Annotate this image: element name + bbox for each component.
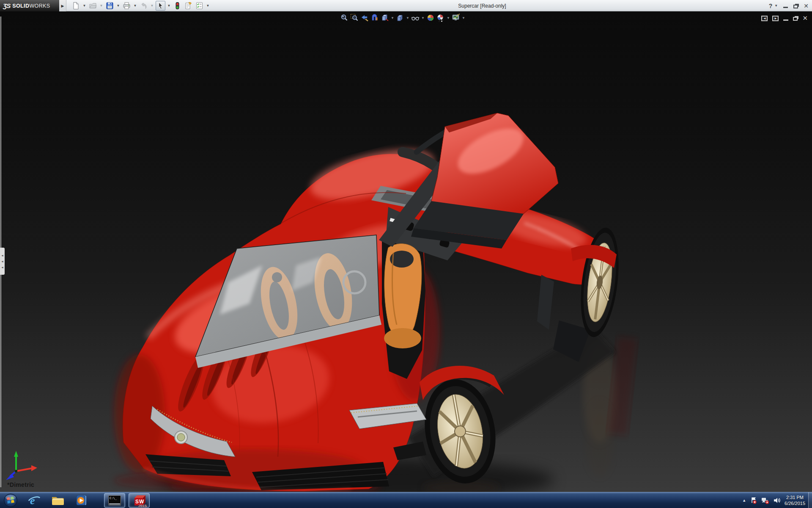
close-button[interactable]: ✕ [804,3,809,9]
save-dropdown[interactable]: ▼ [116,1,121,11]
command-prompt-icon: C:\_ [108,495,121,505]
print-dropdown[interactable]: ▼ [133,1,137,11]
view-orientation-button[interactable] [380,13,390,22]
file-properties-button[interactable] [184,1,193,11]
taskbar-clock[interactable]: 2:31 PM 6/26/2015 [785,494,805,506]
solidworks-2015-taskbar-button[interactable]: S W 2015 [129,493,150,508]
volume-icon[interactable] [773,497,781,504]
media-player-icon[interactable] [75,494,88,507]
show-desktop-button[interactable] [808,492,812,508]
edit-appearance-icon [426,14,435,22]
hide-show-items-button[interactable] [411,13,420,22]
internet-explorer-icon[interactable]: e [28,494,41,507]
document-restore-button[interactable] [793,17,798,21]
view-orientation-dropdown[interactable]: ▼ [390,16,395,20]
windows-taskbar: e C:\_ [0,492,812,508]
view-orientation-label: *Dimetric [7,481,34,488]
restore-button[interactable] [793,5,798,8]
previous-view-button[interactable] [360,13,369,22]
pane-right-button[interactable]: ► [772,16,779,21]
view-settings-icon [452,14,460,22]
rebuild-button[interactable] [173,1,182,11]
save-button[interactable] [105,1,115,11]
driver-seat [384,244,422,348]
open-folder-icon [89,2,97,10]
zoom-to-area-button[interactable] [350,13,359,22]
window-title: Supercar [Read-only] [419,0,546,11]
edit-appearance-button[interactable] [426,13,435,22]
view-settings-dropdown[interactable]: ▼ [461,16,466,20]
windows-explorer-icon[interactable] [51,494,65,507]
svg-text:e: e [30,494,35,507]
brand-text-solid: SOLID [12,3,29,9]
new-document-icon [72,2,80,10]
document-window-controls: ◄ ► ✕ [761,14,808,22]
section-view-icon [370,14,379,22]
undo-button[interactable] [139,1,148,11]
triad-x-axis [31,465,37,471]
solidworks-window: ƷS SOLIDWORKS ▶ ▼ ▼ [0,0,812,508]
new-document-dropdown[interactable]: ▼ [82,1,87,11]
solidworks-2015-icon: S W 2015 [131,493,147,508]
select-dropdown[interactable]: ▼ [167,1,171,11]
triad-y-axis [14,451,18,457]
solidworks-logo[interactable]: ƷS SOLIDWORKS [0,0,59,11]
svg-text:2015: 2015 [138,504,147,508]
select-button[interactable] [156,1,165,11]
taskbar-icons: e [28,492,88,508]
apply-scene-button[interactable] [436,13,445,22]
brand-text-works: WORKS [29,3,50,9]
undo-dropdown[interactable]: ▼ [150,1,154,11]
start-orb-icon [3,493,18,508]
quick-access-toolbar: ▼ ▼ ▼ [71,0,210,11]
display-style-button[interactable] [395,13,405,22]
window-controls: ? ▼ ✕ [769,0,809,11]
feature-manager-collapsed-tab[interactable]: ◄ ◄ ◄ [0,248,5,275]
system-tray: ▲ 2:31 PM 6/26/2015 [742,492,805,508]
options-checklist-icon [195,2,203,10]
pane-left-button[interactable]: ◄ [761,16,768,21]
network-disconnected-icon[interactable] [761,497,769,504]
previous-view-icon [360,14,369,22]
pane-expand-arrow-icon: ◄ [1,254,4,257]
undo-icon [140,2,148,10]
select-cursor-icon [156,2,165,10]
options-dropdown[interactable]: ▼ [206,1,210,11]
options-button[interactable] [195,1,204,11]
pane-expand-arrow-icon: ◄ [1,266,4,269]
view-orientation-icon [381,14,389,22]
start-button[interactable] [3,493,18,508]
action-center-flag-icon[interactable] [750,497,757,504]
graphics-viewport[interactable]: ▼ ▼ ▼ [0,11,812,492]
menu-flyout-button[interactable]: ▶ [59,0,66,11]
save-icon [106,2,114,10]
show-hidden-icons-button[interactable]: ▲ [742,498,746,502]
zoom-to-fit-button[interactable] [340,13,349,22]
open-button[interactable] [88,1,98,11]
solidworks-logo-icon: ƷS [3,2,10,9]
pane-expand-arrow-icon: ◄ [1,260,4,263]
new-document-button[interactable] [71,1,81,11]
hide-show-items-icon [411,14,420,22]
display-style-dropdown[interactable]: ▼ [406,16,410,20]
clock-date: 6/26/2015 [785,500,805,506]
command-prompt-taskbar-button[interactable]: C:\_ [104,493,125,508]
hide-show-items-dropdown[interactable]: ▼ [421,16,425,20]
titlebar: ƷS SOLIDWORKS ▶ ▼ ▼ [0,0,812,11]
document-close-button[interactable]: ✕ [802,14,808,22]
apply-scene-dropdown[interactable]: ▼ [446,16,450,20]
minimize-button[interactable] [783,7,788,8]
display-style-icon [396,14,404,22]
file-properties-icon [184,2,192,10]
print-button[interactable] [122,1,132,11]
orientation-triad[interactable] [6,451,37,480]
view-settings-button[interactable] [451,13,461,22]
clock-time: 2:31 PM [785,494,805,500]
help-dropdown[interactable]: ▼ [774,4,778,8]
open-dropdown[interactable]: ▼ [99,1,104,11]
document-minimize-button[interactable] [783,19,788,21]
help-button[interactable]: ? [769,3,773,9]
section-view-button[interactable] [370,13,379,22]
supercar-3d-model[interactable] [0,11,812,492]
heads-up-view-toolbar: ▼ ▼ ▼ [340,13,466,23]
